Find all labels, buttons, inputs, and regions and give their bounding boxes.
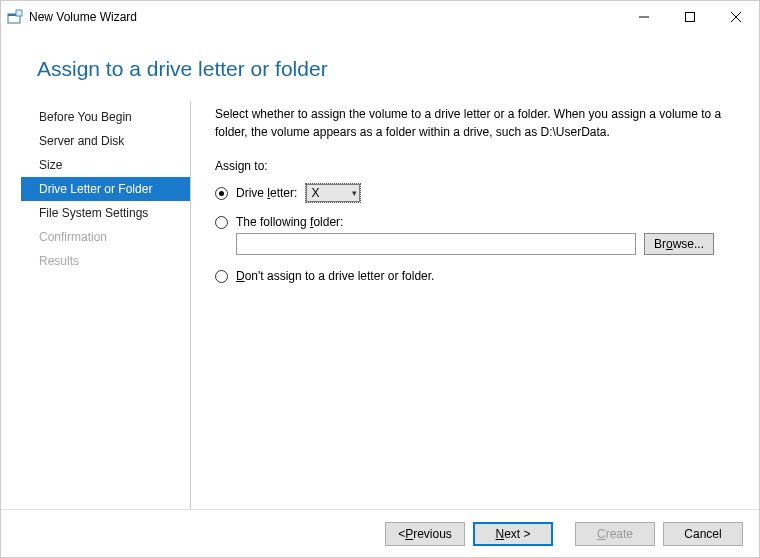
step-size[interactable]: Size xyxy=(21,153,190,177)
folder-input-row: Browse... xyxy=(236,233,735,255)
wizard-steps-sidebar: Before You Begin Server and Disk Size Dr… xyxy=(21,101,191,509)
step-drive-letter-or-folder[interactable]: Drive Letter or Folder xyxy=(21,177,190,201)
svg-line-5 xyxy=(731,12,741,22)
close-button[interactable] xyxy=(713,2,759,32)
step-before-you-begin[interactable]: Before You Begin xyxy=(21,105,190,129)
previous-button[interactable]: < Previous xyxy=(385,522,465,546)
main-panel: Select whether to assign the volume to a… xyxy=(191,101,759,509)
step-results: Results xyxy=(21,249,190,273)
assign-to-label: Assign to: xyxy=(215,159,735,173)
radio-drive-letter[interactable] xyxy=(215,187,228,200)
next-button[interactable]: Next > xyxy=(473,522,553,546)
svg-rect-4 xyxy=(686,13,695,22)
step-file-system-settings[interactable]: File System Settings xyxy=(21,201,190,225)
wizard-window: New Volume Wizard Assign to a drive lett… xyxy=(0,0,760,558)
dont-assign-label: Don't assign to a drive letter or folder… xyxy=(236,269,434,283)
option-dont-assign[interactable]: Don't assign to a drive letter or folder… xyxy=(215,269,735,283)
minimize-button[interactable] xyxy=(621,2,667,32)
drive-letter-select[interactable]: X ▾ xyxy=(305,183,361,203)
wizard-icon xyxy=(7,9,23,25)
window-controls xyxy=(621,2,759,32)
svg-line-6 xyxy=(731,12,741,22)
page-heading: Assign to a drive letter or folder xyxy=(1,33,759,101)
option-drive-letter[interactable]: Drive letter: X ▾ xyxy=(215,183,735,203)
create-button: Create xyxy=(575,522,655,546)
maximize-button[interactable] xyxy=(667,2,713,32)
following-folder-label: The following folder: xyxy=(236,215,343,229)
option-following-folder[interactable]: The following folder: xyxy=(215,215,735,229)
chevron-down-icon: ▾ xyxy=(352,188,357,198)
content-area: Assign to a drive letter or folder Befor… xyxy=(1,33,759,509)
svg-rect-2 xyxy=(16,10,22,16)
step-confirmation: Confirmation xyxy=(21,225,190,249)
drive-letter-label: Drive letter: xyxy=(236,186,297,200)
step-server-and-disk[interactable]: Server and Disk xyxy=(21,129,190,153)
browse-button[interactable]: Browse... xyxy=(644,233,714,255)
radio-following-folder[interactable] xyxy=(215,216,228,229)
folder-path-input[interactable] xyxy=(236,233,636,255)
window-title: New Volume Wizard xyxy=(29,10,621,24)
body: Before You Begin Server and Disk Size Dr… xyxy=(1,101,759,509)
drive-letter-value: X xyxy=(311,186,319,200)
description-text: Select whether to assign the volume to a… xyxy=(215,105,735,141)
footer-buttons: < Previous Next > Create Cancel xyxy=(1,509,759,557)
cancel-button[interactable]: Cancel xyxy=(663,522,743,546)
titlebar: New Volume Wizard xyxy=(1,1,759,33)
radio-dont-assign[interactable] xyxy=(215,270,228,283)
